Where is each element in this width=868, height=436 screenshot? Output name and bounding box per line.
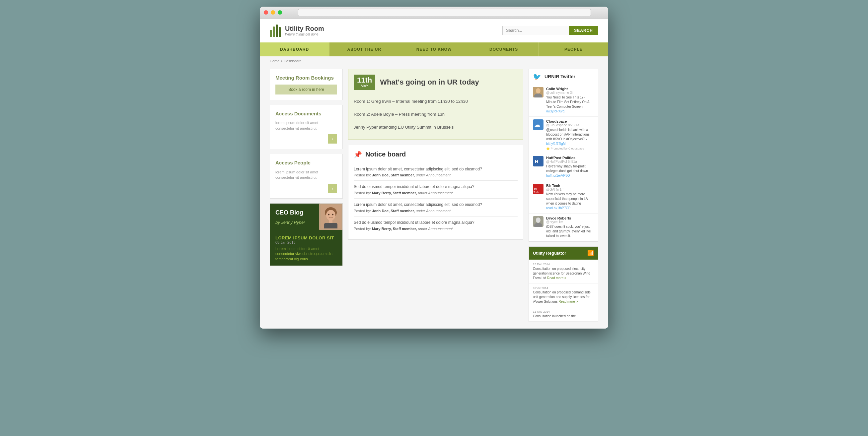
breadcrumb-separator: > [280,59,283,63]
notice-item-3: Sed do eiusmod tempor incididunt ut labo… [354,216,518,234]
ceo-blog-widget: CEO Blog by Jenny Pyper [270,203,343,266]
nav-label-need-to-know: NEED TO KNOW [416,47,452,52]
title-bar [260,7,608,19]
nav-item-people[interactable]: PEOPLE [539,42,608,56]
tweet-link-1[interactable]: bit.ly/1f72lgM [546,142,566,145]
center-content: 11th May What's going on in UR today Roo… [348,69,523,322]
svg-rect-2 [276,25,278,37]
avatar-svg-0 [533,87,544,98]
regulator-date-0: 13 Dec 2014 [533,262,594,267]
regulator-text-2: Consultation launched on the [533,314,576,318]
avatar-svg-2: H [533,156,544,166]
svg-point-6 [326,210,336,221]
nav-item-about[interactable]: ABOUT THE UR [330,42,399,56]
tweet-link-3[interactable]: read.bi/1fbP7CP [546,206,570,210]
tweet-item-0: Colin Wright @colinnymame 3i You Need To… [529,84,598,117]
notice-post-text-3: Sed do eiusmod tempor incididunt ut labo… [354,220,518,226]
svg-text:☁: ☁ [534,121,540,128]
access-documents-button[interactable]: › [328,134,337,143]
access-people-widget: Access People lorem ipsum dolor sit amet… [270,154,343,199]
svg-text:H: H [535,159,538,164]
tweet-name-0: Colin Wright [546,87,594,91]
svg-point-22 [536,217,540,223]
logo-text-area: Utility Room Where things get done [285,25,324,36]
svg-rect-0 [270,30,272,37]
tweet-sponsored-1: 🌟 Promoted by Cloudspace [546,147,594,150]
search-button[interactable]: SEARCH [569,26,598,35]
logo-icon [270,24,282,37]
access-documents-widget: Access Documents lorem ipsum dolor sit a… [270,105,343,149]
svg-point-8 [332,213,334,215]
svg-rect-3 [279,27,281,37]
notice-post-meta-1: Posted by: Mary Berry, Staff member, und… [354,191,518,195]
tweet-handle-3: @GAI 5i 1m [546,188,594,191]
regulator-link-0[interactable]: Read more > [547,276,566,280]
nav-item-dashboard[interactable]: DASHBOARD [260,42,330,56]
logo-svg [270,23,282,37]
whats-on-header: 11th May What's going on in UR today [354,75,518,90]
maximize-button[interactable] [278,10,282,14]
tweet-text-3: New Yorkers may be more superficial than… [546,192,594,210]
regulator-header: Utility Regulator 📶 [529,247,598,260]
avatar-svg-1: ☁ [533,120,544,130]
nav-label-people: PEOPLE [564,47,583,52]
logo-area: Utility Room Where things get done [270,24,324,37]
ceo-post-excerpt: Lorem ipsum dolor sit amet consectetur v… [275,246,337,262]
meeting-room-widget: Meeting Room Bookings Book a room in her… [270,69,343,100]
close-button[interactable] [264,10,268,14]
meeting-room-title: Meeting Room Bookings [275,75,337,81]
breadcrumb: Home > Dashboard [260,56,608,66]
avatar-svg-4 [533,216,544,227]
tweet-item-1: ☁ Cloudspace @Cloudspace 8/23/13 @joseph… [529,117,598,153]
rss-icon: 📶 [587,250,594,256]
tweet-name-3: BI: Tech [546,184,594,188]
tweet-item-3: BI Tech BI: Tech @GAI 5i 1m New Yorkers … [529,181,598,213]
access-people-title: Access People [275,160,337,166]
access-documents-desc: lorem ipsum dolor sit amet consectetur v… [275,120,337,131]
address-bar[interactable] [298,9,591,16]
tweet-link-2[interactable]: huff.to/1erVP8Q [546,174,570,177]
regulator-link-1[interactable]: Read more > [558,300,578,303]
date-month: May [357,84,372,88]
notice-board-title: Notice board [365,150,406,158]
svg-text:Tech: Tech [533,191,538,193]
tweet-handle-1: @Cloudspace 8/23/13 [546,123,594,127]
tweet-content-0: Colin Wright @colinnymame 3i You Need To… [546,87,594,114]
nav-label-about: ABOUT THE UR [347,47,381,52]
svg-rect-1 [273,27,275,37]
tweet-handle-2: @HuffPostPol 5l 51a [546,160,594,164]
event-item-2: Room 2: Adele Boyle – Press meeting from… [354,108,518,121]
site-nav: DASHBOARD ABOUT THE UR NEED TO KNOW DOCU… [260,42,608,56]
site-header: Utility Room Where things get done SEARC… [260,19,608,42]
breadcrumb-current: Dashboard [284,59,302,63]
svg-text:BI: BI [534,187,537,191]
notice-item-0: Lorem ipsum dolor sit amet, consectetur … [354,163,518,181]
access-documents-title: Access Documents [275,110,337,117]
tweet-content-1: Cloudspace @Cloudspace 8/23/13 @josephlo… [546,120,594,150]
whats-on-box: 11th May What's going on in UR today Roo… [348,69,523,140]
tweet-content-3: BI: Tech @GAI 5i 1m New Yorkers may be m… [546,184,594,210]
tweet-item-2: H HuffPost Politics @HuffPostPol 5l 51a … [529,153,598,181]
twitter-widget-title: URNIR Twitter [545,74,575,79]
notice-board-icon: 📌 [354,150,362,159]
whats-on-title: What's going on in UR today [380,78,479,87]
nav-item-documents[interactable]: DOCUMENTS [469,42,539,56]
main-content: Meeting Room Bookings Book a room in her… [260,66,608,329]
access-people-button[interactable]: › [328,184,337,193]
tweet-content-2: HuffPost Politics @HuffPostPol 5l 51a He… [546,156,594,178]
tweet-text-4: iOS7 doesn't suck, you're just old. and … [546,225,594,238]
breadcrumb-home[interactable]: Home [270,59,279,63]
nav-item-need-to-know[interactable]: NEED TO KNOW [399,42,469,56]
regulator-item-2: 11 Nov 2014 Consultation launched on the [529,307,598,322]
regulator-item-1: 9 Dec 2014 Consultation on proposed dema… [529,283,598,307]
search-input[interactable] [502,26,569,35]
regulator-date-2: 11 Nov 2014 [533,310,594,314]
minimize-button[interactable] [271,10,275,14]
tweet-item-4: Bryce Roberts @bryce 1m iOS7 doesn't suc… [529,213,598,241]
regulator-item-0: 13 Dec 2014 Consultation on proposed ele… [529,260,598,283]
book-room-button[interactable]: Book a room in here [275,85,337,95]
ceo-post-date: 05 Jan 2015 [275,240,337,244]
tweet-link-0[interactable]: ow.ly/oRXvq [546,109,564,113]
avatar-svg-3: BI Tech [533,184,544,194]
notice-post-text-1: Sed do eiusmod tempor incididunt ut labo… [354,184,518,190]
